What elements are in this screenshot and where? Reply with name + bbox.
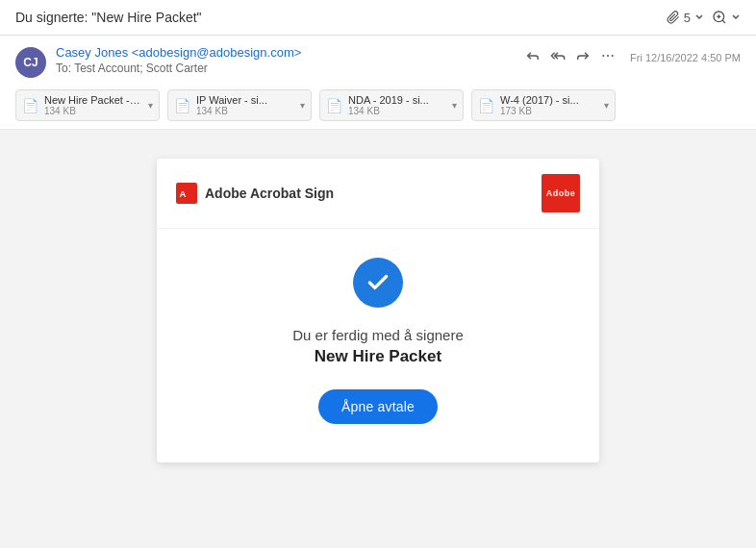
svg-point-5 — [607, 55, 609, 57]
attachment-chevron-2[interactable]: ▾ — [300, 100, 305, 111]
attachment-name-1: New Hire Packet - si... — [44, 94, 140, 106]
sender-name-row: Casey Jones <adobesign@adobesign.com> — [56, 45, 301, 60]
attachment-count: 5 — [684, 11, 691, 25]
top-bar: Du signerte: "New Hire Packet" 5 — [0, 0, 756, 36]
sender-name[interactable]: Casey Jones — [56, 45, 128, 60]
attachment-name-2: IP Waiver - si... — [196, 94, 292, 106]
card-document-title: New Hire Packet — [315, 347, 441, 366]
adobe-sign-logo-icon: A — [176, 183, 197, 204]
zoom-chevron-icon — [731, 12, 741, 22]
sender-info: Casey Jones <adobesign@adobesign.com> To… — [56, 45, 301, 75]
zoom-icon — [712, 10, 727, 25]
svg-text:A: A — [179, 188, 186, 199]
attachment-item[interactable]: 📄 New Hire Packet - si... 134 KB ▾ — [15, 89, 160, 121]
attachment-details-2: IP Waiver - si... 134 KB — [196, 94, 294, 116]
attachment-size-4: 173 KB — [500, 106, 598, 116]
svg-point-6 — [612, 55, 614, 57]
email-body: A Adobe Acrobat Sign Adobe Du er ferdig … — [0, 130, 756, 491]
attachment-details-4: W-4 (2017) - si... 173 KB — [500, 94, 598, 116]
sign-card: A Adobe Acrobat Sign Adobe Du er ferdig … — [157, 159, 599, 462]
attachment-chevron-4[interactable]: ▾ — [604, 100, 609, 111]
attachment-size-2: 134 KB — [196, 106, 294, 116]
paperclip-icon — [667, 11, 680, 24]
more-icon — [600, 48, 616, 63]
attachment-chevron-1[interactable]: ▾ — [148, 100, 153, 111]
avatar: CJ — [15, 47, 46, 78]
email-subject: Du signerte: "New Hire Packet" — [15, 10, 202, 25]
email-header: CJ Casey Jones <adobesign@adobesign.com>… — [0, 36, 756, 130]
open-agreement-button[interactable]: Åpne avtale — [318, 389, 438, 424]
attachment-details-1: New Hire Packet - si... 134 KB — [44, 94, 142, 116]
svg-line-1 — [722, 20, 725, 23]
attachment-details-3: NDA - 2019 - si... 134 KB — [348, 94, 446, 116]
more-actions-button[interactable] — [597, 45, 618, 69]
card-body: Du er ferdig med å signere New Hire Pack… — [157, 229, 599, 462]
adobe-sign-brand-text: Adobe Acrobat Sign — [205, 186, 334, 201]
reply-all-icon — [550, 48, 566, 63]
checkmark-icon — [365, 270, 391, 295]
sender-row: CJ Casey Jones <adobesign@adobesign.com>… — [15, 45, 741, 78]
reply-button[interactable] — [522, 45, 543, 69]
attachment-count-badge[interactable]: 5 — [667, 11, 704, 25]
pdf-icon-4: 📄 — [478, 98, 494, 113]
attachment-item-2[interactable]: 📄 IP Waiver - si... 134 KB ▾ — [167, 89, 312, 121]
sender-email: <adobesign@adobesign.com> — [132, 45, 302, 60]
attachment-item-4[interactable]: 📄 W-4 (2017) - si... 173 KB ▾ — [471, 89, 616, 121]
svg-point-4 — [602, 55, 604, 57]
zoom-button[interactable] — [712, 10, 741, 25]
sender-left: CJ Casey Jones <adobesign@adobesign.com>… — [15, 45, 301, 78]
attachment-item-3[interactable]: 📄 NDA - 2019 - si... 134 KB ▾ — [319, 89, 464, 121]
reply-icon — [525, 48, 541, 63]
pdf-icon-2: 📄 — [174, 98, 190, 113]
email-date: Fri 12/16/2022 4:50 PM — [630, 52, 741, 63]
attachment-size-1: 134 KB — [44, 106, 142, 116]
forward-icon — [575, 48, 591, 63]
card-header: A Adobe Acrobat Sign Adobe — [157, 159, 599, 229]
sender-to: To: Test Account; Scott Carter — [56, 62, 301, 75]
card-subtitle: Du er ferdig med å signere — [292, 327, 464, 343]
attachment-name-3: NDA - 2019 - si... — [348, 94, 444, 106]
attachment-chevron-icon — [694, 12, 704, 22]
attachment-name-4: W-4 (2017) - si... — [500, 94, 596, 106]
success-check-circle — [353, 258, 403, 308]
adobe-red-badge: Adobe — [542, 174, 580, 212]
top-bar-actions: 5 — [667, 10, 741, 25]
forward-button[interactable] — [572, 45, 593, 69]
email-actions-row: Fri 12/16/2022 4:50 PM — [522, 45, 741, 69]
attachment-chevron-3[interactable]: ▾ — [452, 100, 457, 111]
reply-all-button[interactable] — [547, 45, 568, 69]
attachment-size-3: 134 KB — [348, 106, 446, 116]
pdf-icon-1: 📄 — [22, 98, 38, 113]
pdf-icon-3: 📄 — [326, 98, 342, 113]
attachments-row: 📄 New Hire Packet - si... 134 KB ▾ 📄 IP … — [15, 82, 741, 129]
adobe-brand: A Adobe Acrobat Sign — [176, 183, 334, 204]
